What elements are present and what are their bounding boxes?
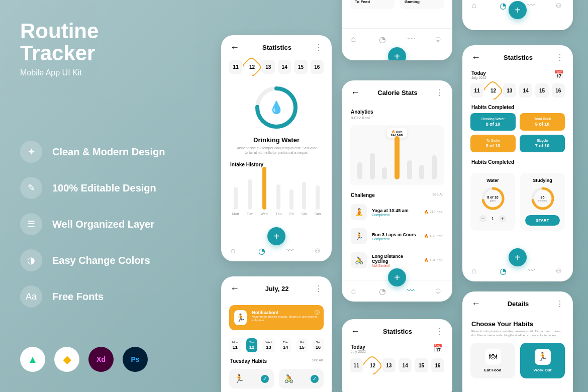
week-day[interactable]: Tue12 — [246, 338, 257, 352]
start-button[interactable]: START — [525, 215, 560, 226]
feature-item: ☰Well Organized Layer — [20, 213, 165, 235]
week-day[interactable]: Sat16 — [313, 338, 324, 352]
add-button[interactable]: + — [267, 227, 285, 245]
hero: RoutineTracker Mobile App UI Kit — [20, 20, 99, 77]
activity-icon[interactable]: 〰 — [407, 35, 416, 44]
bar — [262, 167, 266, 210]
profile-icon[interactable]: ☺ — [434, 35, 443, 44]
minus-button[interactable]: − — [479, 215, 486, 222]
home-icon[interactable]: ⌂ — [472, 1, 481, 10]
more-button[interactable]: ⋮ — [556, 299, 564, 309]
activity-icon[interactable]: 〰 — [286, 246, 295, 255]
add-button[interactable]: + — [509, 248, 527, 266]
date-pill[interactable]: 11 — [470, 83, 483, 97]
habit-tile[interactable]: 🏃Work Out — [520, 343, 565, 378]
see-all-link[interactable]: See All — [432, 192, 443, 198]
date-pill[interactable]: 16 — [431, 358, 444, 372]
profile-icon[interactable]: ☺ — [434, 286, 443, 296]
challenge-item[interactable]: 🏃Run 3 Laps in CoursCompleted!🔥 432 Kcal — [342, 224, 452, 248]
date-pill[interactable]: 16 — [552, 83, 565, 97]
back-button[interactable]: ← — [471, 299, 480, 309]
calorie-bar — [395, 136, 400, 179]
xd-icon: Xd — [88, 347, 114, 372]
home-icon[interactable]: ⌂ — [231, 246, 240, 255]
habit-summary-card[interactable]: To Swim9 of 10 — [470, 135, 516, 152]
week-day[interactable]: Thu14 — [280, 338, 291, 352]
habit-check-card[interactable]: 🏃✓ — [229, 369, 274, 388]
stats-icon[interactable]: ◔ — [379, 35, 388, 44]
activity-icon[interactable]: 〰 — [407, 286, 416, 296]
home-icon[interactable]: ⌂ — [351, 286, 360, 296]
date-pill[interactable]: 15 — [415, 358, 428, 372]
back-button[interactable]: ← — [230, 283, 239, 294]
calorie-bar — [370, 153, 375, 179]
habit-card[interactable]: 12:30 15 minutes🍽✓To Feed — [350, 0, 395, 9]
more-button[interactable]: ⋮ — [435, 88, 443, 97]
home-icon[interactable]: ⌂ — [351, 35, 360, 44]
profile-icon[interactable]: ☺ — [555, 1, 564, 10]
challenge-item[interactable]: 🧘Yoga at 10:45 amCompleted!🔥 213 Kcal — [342, 200, 452, 224]
stats-icon[interactable]: ◔ — [500, 1, 509, 10]
activity-icon[interactable]: 〰 — [527, 266, 536, 275]
date-pill[interactable]: 12 — [366, 358, 379, 372]
challenge-icon: 🚴 — [351, 252, 367, 268]
date-pill[interactable]: 13 — [503, 83, 516, 97]
date-pill[interactable]: 14 — [519, 83, 532, 97]
choose-habits-title: Choose Your Habits — [462, 316, 573, 330]
habit-tile-icon: 🍽 — [485, 349, 501, 365]
profile-icon[interactable]: ☺ — [555, 266, 564, 275]
week-day[interactable]: Fri15 — [297, 338, 308, 352]
back-button[interactable]: ← — [471, 52, 480, 63]
stats-icon[interactable]: ◔ — [258, 246, 267, 255]
habit-check-card[interactable]: 🚴✓ — [279, 369, 324, 388]
calorie-bar — [419, 165, 424, 179]
more-button[interactable]: ⋮ — [315, 43, 323, 52]
date-pill[interactable]: 15 — [294, 60, 307, 74]
challenge-label: Challenge — [351, 192, 375, 198]
page-title: July, 22 — [239, 285, 315, 292]
see-all-link[interactable]: See All — [312, 358, 323, 364]
more-button[interactable]: ⋮ — [556, 53, 564, 62]
phone-stats-bottom: ← Statistics ⋮ TodayJuly 2022 📅 11121314… — [342, 319, 452, 392]
stats-icon[interactable]: ◔ — [379, 286, 388, 296]
activity-icon[interactable]: 〰 — [527, 1, 536, 10]
date-pill[interactable]: 11 — [229, 60, 242, 74]
week-day[interactable]: Mon11 — [229, 338, 241, 352]
add-button[interactable]: + — [509, 1, 527, 19]
close-icon[interactable]: ⓘ — [315, 309, 320, 316]
date-pill[interactable]: 12 — [486, 83, 500, 97]
home-icon[interactable]: ⌂ — [472, 266, 481, 275]
habit-summary-card[interactable]: Drinking Water8 of 10 — [470, 113, 516, 131]
date-pill[interactable]: 14 — [278, 60, 291, 74]
date-pill[interactable]: 14 — [399, 358, 412, 372]
habit-summary-card[interactable]: Bicycle7 of 10 — [520, 135, 565, 152]
date-pill[interactable]: 13 — [262, 60, 275, 74]
back-button[interactable]: ← — [351, 87, 360, 98]
back-button[interactable]: ← — [230, 42, 239, 53]
habit-card[interactable]: 01:45 25 minutes🎮✓Gaming — [400, 0, 444, 9]
notification-banner[interactable]: 🏃 Notification!Vivamus in facilisis mass… — [229, 305, 324, 330]
calorie-bar — [407, 160, 412, 179]
back-button[interactable]: ← — [351, 326, 360, 337]
more-button[interactable]: ⋮ — [315, 284, 323, 293]
date-pill[interactable]: 11 — [350, 358, 363, 372]
more-button[interactable]: ⋮ — [435, 327, 443, 336]
bar — [289, 189, 293, 210]
habit-summary-card[interactable]: Read Book9 of 10 — [520, 113, 565, 131]
tuesday-habits-title: Tuesday Habits — [230, 358, 267, 364]
phone-statistics-water: ← Statistics ⋮ 111213141516 💧 Drinking W… — [221, 35, 332, 261]
plus-button[interactable]: + — [499, 215, 506, 222]
calendar-icon[interactable]: 📅 — [554, 70, 564, 79]
hero-title: RoutineTracker — [20, 20, 99, 64]
add-button[interactable]: + — [388, 268, 406, 286]
date-pill[interactable]: 12 — [245, 60, 258, 74]
profile-icon[interactable]: ☺ — [314, 246, 323, 255]
date-pill[interactable]: 13 — [382, 358, 396, 372]
stats-icon[interactable]: ◔ — [500, 266, 509, 275]
date-pill[interactable]: 16 — [311, 60, 324, 74]
calendar-icon[interactable]: 📅 — [433, 344, 443, 353]
week-day[interactable]: Wed13 — [262, 338, 274, 352]
habit-tile[interactable]: 🍽Eat Food — [470, 343, 515, 378]
feature-icon: ☰ — [20, 213, 42, 235]
date-pill[interactable]: 15 — [535, 83, 548, 97]
